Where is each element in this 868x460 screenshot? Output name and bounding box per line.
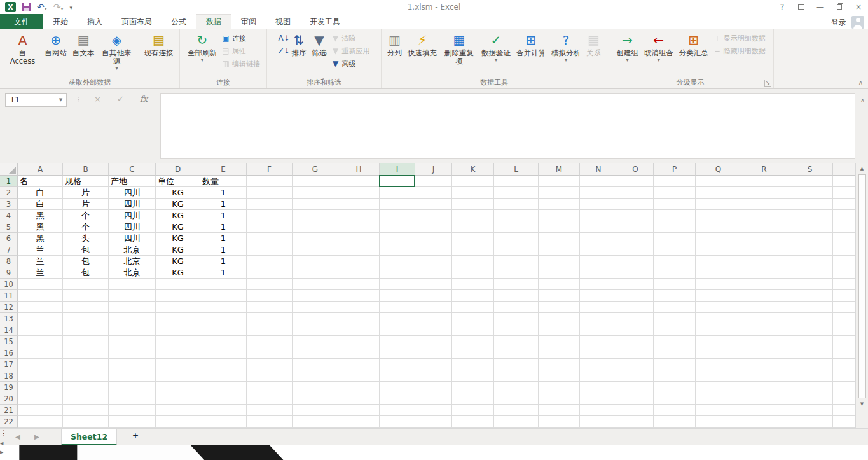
cell[interactable]	[247, 393, 293, 405]
cell[interactable]: 黑	[18, 233, 63, 244]
cell[interactable]	[293, 256, 338, 267]
cell[interactable]	[415, 336, 452, 347]
cell[interactable]	[452, 221, 494, 233]
cell[interactable]	[539, 199, 580, 210]
cell[interactable]	[617, 370, 654, 382]
cell[interactable]: 个	[63, 210, 109, 221]
cell[interactable]	[696, 267, 741, 279]
cell[interactable]: 包	[63, 244, 109, 256]
cell[interactable]: KG	[156, 210, 200, 221]
cell[interactable]	[539, 336, 580, 347]
cell[interactable]	[654, 279, 696, 290]
cell[interactable]: KG	[156, 233, 200, 244]
cell[interactable]	[293, 370, 338, 382]
cell[interactable]	[833, 279, 855, 290]
cell[interactable]	[200, 382, 247, 393]
cell[interactable]	[696, 302, 741, 313]
cell[interactable]	[415, 221, 452, 233]
qat-customize-button[interactable]: ▾	[70, 4, 73, 10]
cell[interactable]	[494, 176, 539, 187]
cell[interactable]	[109, 382, 156, 393]
cell[interactable]	[247, 244, 293, 256]
cell[interactable]	[156, 336, 200, 347]
cell[interactable]	[580, 393, 617, 405]
cell[interactable]	[617, 256, 654, 267]
row-header-14[interactable]: 14	[0, 324, 18, 336]
cell[interactable]	[787, 416, 833, 428]
row-header-18[interactable]: 18	[0, 370, 18, 382]
cell[interactable]	[741, 359, 787, 370]
cell[interactable]	[833, 359, 855, 370]
cell[interactable]	[452, 336, 494, 347]
cell[interactable]	[539, 290, 580, 302]
cell[interactable]	[741, 221, 787, 233]
insert-function-icon[interactable]: fx	[140, 94, 148, 104]
column-header-D[interactable]: D	[156, 163, 200, 176]
cell[interactable]	[833, 256, 855, 267]
scroll-up-icon[interactable]: ▲	[856, 166, 868, 171]
cell[interactable]: 1	[200, 244, 247, 256]
cell[interactable]	[617, 244, 654, 256]
cell[interactable]	[380, 256, 415, 267]
cell[interactable]	[109, 290, 156, 302]
cell[interactable]	[338, 382, 380, 393]
cell[interactable]	[247, 233, 293, 244]
cell[interactable]	[654, 359, 696, 370]
cell[interactable]	[696, 279, 741, 290]
cell[interactable]	[696, 370, 741, 382]
cell[interactable]	[787, 290, 833, 302]
cell[interactable]	[338, 187, 380, 199]
cell[interactable]	[654, 187, 696, 199]
cell[interactable]	[415, 267, 452, 279]
cell[interactable]	[741, 244, 787, 256]
column-header-G[interactable]: G	[293, 163, 338, 176]
row-header-9[interactable]: 9	[0, 267, 18, 279]
cell[interactable]	[787, 244, 833, 256]
cell[interactable]	[539, 210, 580, 221]
cell[interactable]	[539, 416, 580, 428]
cell[interactable]	[415, 393, 452, 405]
cell[interactable]	[63, 359, 109, 370]
cell[interactable]	[200, 359, 247, 370]
cell[interactable]	[18, 302, 63, 313]
cell[interactable]	[452, 267, 494, 279]
cell[interactable]: KG	[156, 221, 200, 233]
cell[interactable]	[617, 313, 654, 324]
cell[interactable]	[741, 279, 787, 290]
cell[interactable]	[833, 302, 855, 313]
add-sheet-button[interactable]: +	[132, 431, 143, 442]
cell[interactable]	[247, 313, 293, 324]
cell[interactable]	[617, 290, 654, 302]
avatar[interactable]	[851, 16, 864, 29]
cell[interactable]	[247, 256, 293, 267]
cell[interactable]	[787, 221, 833, 233]
cell[interactable]	[580, 313, 617, 324]
cell[interactable]	[109, 279, 156, 290]
cell[interactable]	[539, 405, 580, 416]
cell[interactable]	[833, 199, 855, 210]
from-text-button[interactable]: ▤自文本	[70, 31, 97, 78]
tab-开始[interactable]: 开始	[43, 14, 78, 29]
cell[interactable]	[696, 221, 741, 233]
cell[interactable]	[338, 347, 380, 359]
next-sheet-icon[interactable]: ▶	[34, 433, 39, 440]
cell[interactable]	[293, 290, 338, 302]
signin-link[interactable]: 登录	[831, 17, 846, 28]
what-if-analysis-button[interactable]: ?模拟分析▾	[549, 31, 583, 78]
cell[interactable]	[617, 199, 654, 210]
cell[interactable]	[787, 176, 833, 187]
row-header-12[interactable]: 12	[0, 302, 18, 313]
cell[interactable]	[539, 324, 580, 336]
cell[interactable]	[833, 347, 855, 359]
cell[interactable]	[787, 199, 833, 210]
cell[interactable]	[580, 290, 617, 302]
cell[interactable]	[156, 347, 200, 359]
cell[interactable]	[18, 382, 63, 393]
cell[interactable]	[494, 347, 539, 359]
cell[interactable]	[452, 233, 494, 244]
cell[interactable]	[18, 359, 63, 370]
cell[interactable]	[247, 336, 293, 347]
cell[interactable]	[18, 313, 63, 324]
cell[interactable]	[452, 302, 494, 313]
column-header-J[interactable]: J	[415, 163, 452, 176]
